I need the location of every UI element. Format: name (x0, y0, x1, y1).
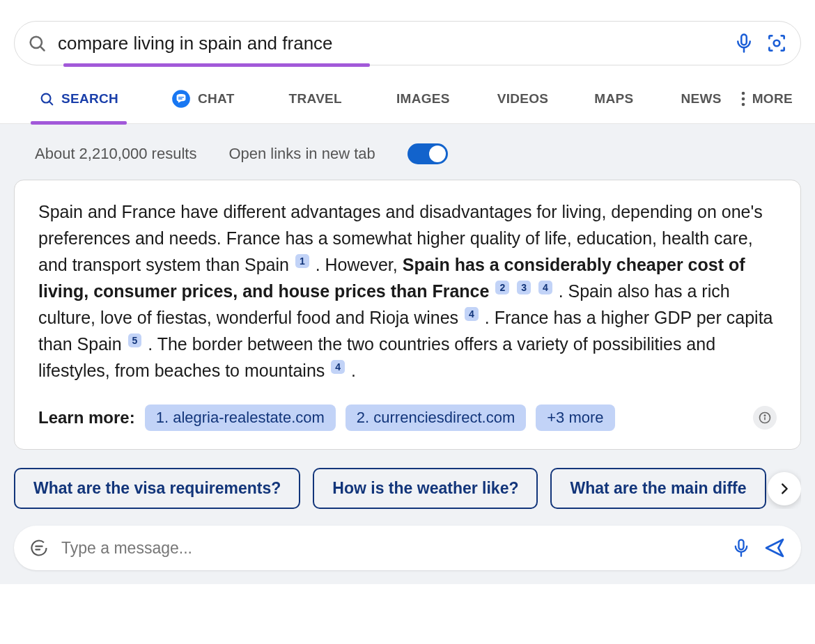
citation-1[interactable]: 1 (295, 254, 309, 268)
tab-images-label: IMAGES (396, 91, 450, 107)
more-dots-icon (741, 91, 745, 107)
source-2[interactable]: 2. currenciesdirect.com (346, 405, 526, 431)
open-links-toggle[interactable] (408, 143, 448, 164)
message-bar (14, 526, 801, 570)
info-button[interactable] (753, 406, 777, 430)
toggle-knob (429, 146, 446, 162)
mic-icon[interactable] (734, 33, 754, 54)
tab-chat[interactable]: CHAT (163, 74, 243, 124)
citation-4c[interactable]: 4 (331, 360, 345, 374)
tab-images[interactable]: IMAGES (388, 74, 458, 124)
tab-videos[interactable]: VIDEOS (489, 74, 557, 124)
citation-4a[interactable]: 4 (538, 281, 552, 294)
scroll-right-button[interactable] (768, 472, 801, 505)
send-button[interactable] (763, 537, 786, 559)
chat-compose-icon (29, 538, 49, 558)
results-meta-row: About 2,210,000 results Open links in ne… (0, 124, 815, 180)
suggestion-1[interactable]: What are the visa requirements? (14, 468, 300, 509)
suggestion-3[interactable]: What are the main diffe (550, 468, 766, 509)
chevron-right-icon (777, 481, 792, 496)
open-links-label: Open links in new tab (228, 145, 375, 163)
svg-point-9 (741, 97, 745, 100)
tab-search[interactable]: SEARCH (31, 74, 127, 124)
tab-travel[interactable]: TRAVEL (281, 74, 350, 124)
info-icon (758, 411, 772, 425)
learn-more-row: Learn more: 1. alegria-realestate.com 2.… (38, 405, 777, 431)
tab-news[interactable]: NEWS (672, 74, 729, 124)
search-icon (27, 33, 47, 53)
results-count: About 2,210,000 results (35, 145, 196, 163)
message-input[interactable] (61, 539, 719, 558)
answer-fragment: . However, (316, 255, 403, 274)
tab-maps-label: MAPS (594, 91, 633, 107)
tab-travel-label: TRAVEL (289, 91, 342, 107)
answer-text: Spain and France have different advantag… (38, 198, 777, 384)
svg-point-4 (774, 40, 780, 47)
svg-line-6 (49, 102, 52, 104)
tab-search-label: SEARCH (61, 91, 118, 107)
source-1[interactable]: 1. alegria-realestate.com (145, 405, 336, 431)
mic-icon-2[interactable] (731, 538, 751, 558)
tab-news-label: NEWS (681, 91, 721, 107)
chat-icon (171, 89, 191, 109)
svg-rect-14 (739, 540, 744, 549)
answer-fragment: . (351, 361, 356, 380)
citation-3[interactable]: 3 (517, 281, 531, 294)
svg-point-8 (741, 91, 745, 95)
suggestion-2[interactable]: How is the weather like? (313, 468, 538, 509)
answer-card: Spain and France have different advantag… (14, 180, 801, 450)
learn-more-label: Learn more: (38, 408, 135, 427)
tab-more[interactable]: MORE (733, 74, 801, 124)
svg-point-13 (764, 415, 765, 416)
svg-rect-2 (741, 35, 747, 45)
tab-chat-label: CHAT (198, 91, 235, 107)
svg-point-10 (741, 102, 745, 106)
svg-line-1 (40, 47, 44, 50)
citation-2[interactable]: 2 (495, 281, 509, 294)
lens-icon[interactable] (766, 32, 788, 54)
citation-5[interactable]: 5 (128, 333, 142, 347)
source-more[interactable]: +3 more (536, 405, 614, 431)
suggestions-row: What are the visa requirements? How is t… (14, 468, 801, 509)
tab-more-label: MORE (752, 91, 793, 107)
search-input[interactable] (58, 33, 722, 54)
tab-maps[interactable]: MAPS (586, 74, 642, 124)
search-bar (14, 21, 801, 65)
results-area: Spain and France have different advantag… (0, 180, 815, 584)
citation-4b[interactable]: 4 (465, 307, 479, 321)
tabs-row: SEARCH CHAT TRAVEL IMAGES VIDEOS MAPS NE… (0, 74, 815, 124)
tab-videos-label: VIDEOS (497, 91, 549, 107)
